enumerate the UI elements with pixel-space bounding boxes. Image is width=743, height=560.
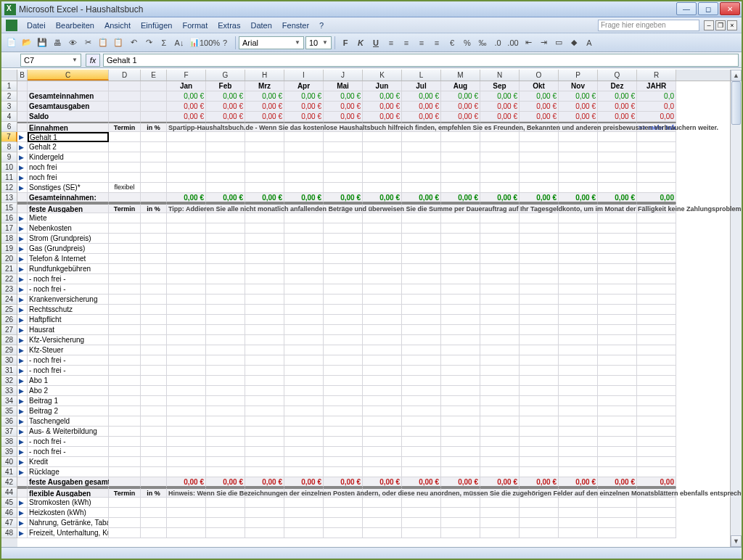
cell[interactable] bbox=[441, 315, 480, 325]
cell[interactable] bbox=[520, 427, 559, 437]
row-header-40[interactable]: 40 bbox=[1, 457, 17, 467]
cell[interactable] bbox=[363, 152, 402, 162]
cell[interactable]: Kindergeld bbox=[28, 152, 109, 162]
cell[interactable] bbox=[284, 518, 324, 528]
cell[interactable]: - noch frei - bbox=[28, 366, 109, 376]
cell[interactable] bbox=[324, 345, 363, 355]
cell[interactable] bbox=[441, 234, 480, 244]
cell[interactable] bbox=[109, 457, 141, 467]
cell[interactable] bbox=[141, 183, 167, 193]
row-header-33[interactable]: 33 bbox=[1, 386, 17, 396]
toolbar-button-11[interactable]: A↓ bbox=[172, 36, 186, 50]
cell[interactable] bbox=[245, 376, 284, 386]
cell[interactable]: 0,00 € bbox=[245, 102, 284, 112]
col-header-F[interactable]: F bbox=[167, 70, 206, 81]
cell[interactable] bbox=[598, 295, 637, 305]
row-header-24[interactable]: 24 bbox=[1, 295, 17, 305]
cell[interactable] bbox=[206, 284, 245, 295]
cell[interactable] bbox=[167, 264, 206, 274]
cell[interactable] bbox=[206, 335, 245, 345]
cell[interactable] bbox=[206, 396, 245, 406]
cell[interactable]: - noch frei - bbox=[28, 437, 109, 447]
toolbar-button-1[interactable]: 📂 bbox=[20, 36, 34, 50]
cell[interactable] bbox=[637, 244, 676, 254]
cell[interactable] bbox=[284, 335, 324, 345]
menu-daten[interactable]: Daten bbox=[245, 20, 276, 31]
cell[interactable] bbox=[598, 244, 637, 254]
cell[interactable] bbox=[109, 81, 141, 91]
cell[interactable]: in % bbox=[141, 487, 167, 498]
cell[interactable] bbox=[559, 152, 598, 162]
cell[interactable] bbox=[284, 447, 324, 457]
cell[interactable] bbox=[441, 355, 480, 366]
cell[interactable] bbox=[598, 173, 637, 183]
cell[interactable] bbox=[141, 295, 167, 305]
cell[interactable] bbox=[598, 132, 637, 142]
cell[interactable] bbox=[559, 274, 598, 284]
cell[interactable] bbox=[141, 508, 167, 518]
font-selector[interactable]: Arial▼ bbox=[239, 36, 304, 49]
cell[interactable] bbox=[363, 305, 402, 315]
cell[interactable]: Jan bbox=[167, 81, 206, 91]
cell[interactable] bbox=[141, 244, 167, 254]
cell[interactable] bbox=[402, 396, 441, 406]
cell[interactable] bbox=[363, 518, 402, 528]
cell[interactable] bbox=[480, 142, 520, 152]
cell[interactable]: Saldo bbox=[28, 112, 109, 122]
cell[interactable] bbox=[637, 376, 676, 386]
cell[interactable] bbox=[141, 132, 167, 142]
cell[interactable] bbox=[559, 508, 598, 518]
toolbar-button-2[interactable]: 💾 bbox=[35, 36, 49, 50]
cell[interactable] bbox=[284, 244, 324, 254]
cell[interactable] bbox=[363, 162, 402, 173]
cell[interactable] bbox=[167, 528, 206, 538]
row-header-37[interactable]: 37 bbox=[1, 427, 17, 437]
cell[interactable] bbox=[402, 406, 441, 416]
cell[interactable]: 0,00 € bbox=[520, 193, 559, 203]
cell[interactable] bbox=[402, 498, 441, 508]
cell[interactable]: ▶ bbox=[17, 284, 28, 295]
cell[interactable] bbox=[206, 528, 245, 538]
cell[interactable] bbox=[520, 264, 559, 274]
cell[interactable] bbox=[109, 467, 141, 477]
row-header-32[interactable]: 32 bbox=[1, 376, 17, 386]
cell[interactable] bbox=[441, 508, 480, 518]
cell[interactable] bbox=[480, 447, 520, 457]
cell[interactable] bbox=[206, 274, 245, 284]
cell[interactable] bbox=[167, 183, 206, 193]
cell[interactable] bbox=[402, 345, 441, 355]
cell[interactable] bbox=[324, 447, 363, 457]
cell[interactable] bbox=[441, 376, 480, 386]
cell[interactable] bbox=[167, 325, 206, 335]
cell[interactable] bbox=[480, 467, 520, 477]
cell[interactable]: 0,00 € bbox=[284, 193, 324, 203]
cell[interactable] bbox=[598, 437, 637, 447]
cell[interactable] bbox=[109, 325, 141, 335]
cell[interactable] bbox=[109, 244, 141, 254]
cell[interactable]: 0,00 € bbox=[245, 193, 284, 203]
col-header-G[interactable]: G bbox=[206, 70, 245, 81]
cell[interactable] bbox=[441, 386, 480, 396]
cell[interactable] bbox=[17, 81, 28, 91]
cell[interactable] bbox=[559, 447, 598, 457]
cell[interactable] bbox=[245, 274, 284, 284]
cell[interactable]: Aug bbox=[441, 81, 480, 91]
cell[interactable] bbox=[284, 437, 324, 447]
cell[interactable]: ▶ bbox=[17, 264, 28, 274]
cell[interactable] bbox=[363, 223, 402, 234]
cell[interactable] bbox=[559, 325, 598, 335]
cell[interactable] bbox=[206, 437, 245, 447]
cell[interactable] bbox=[324, 152, 363, 162]
row-header-39[interactable]: 39 bbox=[1, 447, 17, 457]
cell[interactable] bbox=[109, 305, 141, 315]
cell[interactable]: Kredit bbox=[28, 457, 109, 467]
cell[interactable] bbox=[109, 112, 141, 122]
cell[interactable] bbox=[402, 223, 441, 234]
cell[interactable] bbox=[141, 142, 167, 152]
cell[interactable]: 0,00 € bbox=[402, 102, 441, 112]
cell[interactable] bbox=[402, 162, 441, 173]
cell[interactable] bbox=[167, 447, 206, 457]
cell[interactable] bbox=[363, 508, 402, 518]
menu-format[interactable]: Format bbox=[177, 20, 213, 31]
cell[interactable] bbox=[141, 274, 167, 284]
